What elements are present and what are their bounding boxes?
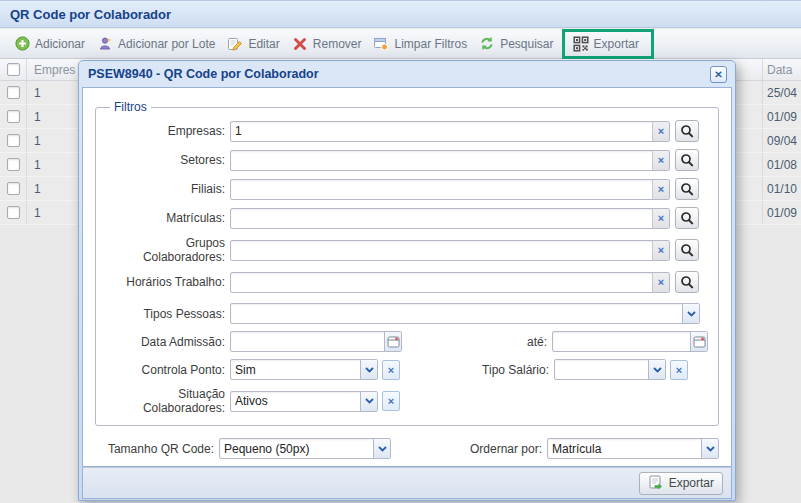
- page-title-bar: QR Code por Colaborador: [0, 0, 801, 28]
- setores-lookup-button[interactable]: [675, 149, 699, 171]
- remover-button[interactable]: Remover: [286, 33, 368, 55]
- toolbar-button-label: Editar: [248, 37, 279, 51]
- magnifier-icon: [680, 211, 694, 225]
- ate-input[interactable]: [553, 332, 690, 351]
- controla-ponto-label: Controla Ponto:: [106, 363, 230, 377]
- close-icon[interactable]: ✕: [710, 66, 727, 83]
- chevron-down-icon[interactable]: [701, 439, 718, 458]
- ordenar-por-combo: [547, 438, 719, 459]
- data-admissao-label: Data Admissão:: [106, 335, 230, 349]
- cell-data: 01/09: [762, 105, 801, 128]
- clear-icon[interactable]: ×: [652, 122, 669, 141]
- adicionar-button[interactable]: Adicionar: [8, 33, 91, 55]
- setores-field: ×: [230, 150, 670, 171]
- row-checkbox[interactable]: [7, 134, 20, 147]
- magnifier-icon: [680, 124, 694, 138]
- cell-data: 01/10: [762, 177, 801, 200]
- matriculas-lookup-button[interactable]: [675, 207, 699, 229]
- magnifier-icon: [680, 275, 694, 289]
- calendar-icon[interactable]: [384, 332, 401, 351]
- row-checkbox[interactable]: [7, 86, 20, 99]
- app-screen: QR Code por Colaborador Adicionar Adicio…: [0, 0, 801, 503]
- tamanho-qr-input[interactable]: [220, 439, 373, 458]
- editar-button[interactable]: Editar: [221, 33, 285, 55]
- tipo-salario-clear-icon[interactable]: ×: [670, 360, 688, 380]
- clear-icon[interactable]: ×: [652, 180, 669, 199]
- exportar-toolbar-button[interactable]: Exportar: [567, 33, 645, 55]
- refresh-icon: [479, 36, 495, 52]
- filters-legend: Filtros: [110, 100, 151, 114]
- matriculas-input[interactable]: [231, 209, 652, 228]
- tipo-salario-input[interactable]: [555, 360, 648, 379]
- grupos-colaboradores-lookup-button[interactable]: [675, 239, 699, 261]
- select-all-cell: [0, 59, 27, 80]
- controla-ponto-clear-icon[interactable]: ×: [382, 360, 400, 380]
- batch-add-icon: [97, 36, 113, 52]
- situacao-colaboradores-input[interactable]: [231, 392, 360, 411]
- empresas-field: ×: [230, 121, 670, 142]
- clear-icon[interactable]: ×: [652, 273, 669, 292]
- filiais-input[interactable]: [231, 180, 652, 199]
- filiais-lookup-button[interactable]: [675, 178, 699, 200]
- cell-data: 01/09: [762, 201, 801, 224]
- chevron-down-icon[interactable]: [648, 360, 665, 379]
- exportar-button-label: Exportar: [669, 476, 714, 490]
- row-checkbox[interactable]: [7, 182, 20, 195]
- controla-ponto-combo: [230, 359, 378, 380]
- magnifier-icon: [680, 153, 694, 167]
- row-checkbox[interactable]: [7, 110, 20, 123]
- clear-filters-icon: [373, 36, 389, 52]
- clear-icon[interactable]: ×: [652, 151, 669, 170]
- setores-input[interactable]: [231, 151, 652, 170]
- grupos-colaboradores-input[interactable]: [231, 241, 652, 260]
- tipos-pessoas-input[interactable]: [231, 304, 682, 323]
- filter-row-filiais: Filiais: ×: [106, 178, 708, 200]
- filter-row-empresas: Empresas: ×: [106, 120, 708, 142]
- dialog-footer: Exportar: [82, 467, 732, 499]
- qr-code-icon: [573, 36, 589, 52]
- chevron-down-icon[interactable]: [360, 392, 377, 411]
- controla-ponto-input[interactable]: [231, 360, 360, 379]
- pesquisar-button[interactable]: Pesquisar: [473, 33, 559, 55]
- export-doc-icon: [648, 475, 664, 491]
- empresas-input[interactable]: [231, 122, 652, 141]
- clear-icon[interactable]: ×: [652, 241, 669, 260]
- filter-row-horarios: Horários Trabalho: ×: [106, 271, 708, 293]
- horarios-trabalho-input[interactable]: [231, 273, 652, 292]
- row-check-cell: [0, 153, 27, 176]
- horarios-trabalho-lookup-button[interactable]: [675, 271, 699, 293]
- empresas-label: Empresas:: [106, 124, 230, 138]
- row-checkbox[interactable]: [7, 206, 20, 219]
- add-circle-icon: [14, 36, 30, 52]
- chevron-down-icon[interactable]: [360, 360, 377, 379]
- toolbar: Adicionar Adicionar por Lote Editar Remo…: [0, 29, 801, 59]
- filiais-label: Filiais:: [106, 182, 230, 196]
- horarios-trabalho-field: ×: [230, 272, 670, 293]
- column-header-data[interactable]: Data: [762, 59, 801, 80]
- dialog-header[interactable]: PSEW8940 - QR Code por Colaborador ✕: [82, 61, 732, 87]
- row-checkbox[interactable]: [7, 158, 20, 171]
- toolbar-button-label: Limpar Filtros: [394, 37, 467, 51]
- adicionar-por-lote-button[interactable]: Adicionar por Lote: [91, 33, 221, 55]
- clear-icon[interactable]: ×: [652, 209, 669, 228]
- filter-row-setores: Setores: ×: [106, 149, 708, 171]
- tipos-pessoas-label: Tipos Pessoas:: [106, 307, 230, 321]
- situacao-colaboradores-combo: [230, 391, 378, 412]
- select-all-checkbox[interactable]: [7, 63, 20, 76]
- chevron-down-icon[interactable]: [682, 304, 699, 323]
- page-title: QR Code por Colaborador: [10, 7, 171, 22]
- exportar-button[interactable]: Exportar: [639, 472, 723, 495]
- filiais-field: ×: [230, 179, 670, 200]
- dialog-title: PSEW8940 - QR Code por Colaborador: [88, 67, 710, 81]
- chevron-down-icon[interactable]: [373, 439, 390, 458]
- empresas-lookup-button[interactable]: [675, 120, 699, 142]
- options-row: Tamanho QR Code: Ordernar por:: [95, 438, 719, 459]
- calendar-icon[interactable]: [690, 332, 707, 351]
- situacao-colaboradores-clear-icon[interactable]: ×: [382, 391, 400, 411]
- tamanho-qr-label: Tamanho QR Code:: [95, 442, 219, 456]
- tipo-salario-group: Tipo Salário: ×: [482, 359, 688, 380]
- limpar-filtros-button[interactable]: Limpar Filtros: [367, 33, 473, 55]
- ordenar-por-input[interactable]: [548, 439, 701, 458]
- filter-row-matriculas: Matrículas: ×: [106, 207, 708, 229]
- data-admissao-input[interactable]: [231, 332, 384, 351]
